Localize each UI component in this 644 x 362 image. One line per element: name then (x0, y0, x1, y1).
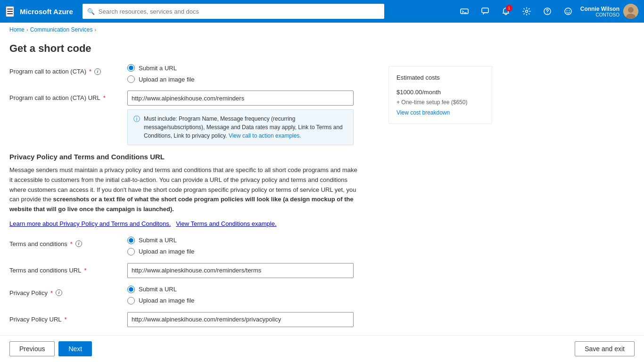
page-title: Get a short code (9, 42, 377, 55)
search-bar: 🔍 (83, 4, 384, 19)
program-cta-url-label-text: Program call to action (CTA) URL (9, 94, 100, 101)
help-icon[interactable] (539, 3, 556, 20)
svg-rect-1 (482, 8, 488, 13)
previous-button[interactable]: Previous (9, 341, 55, 356)
privacy-policy-info-icon[interactable]: i (56, 289, 62, 296)
terms-url-row: Terms and conditions URL * (9, 263, 377, 278)
search-input[interactable] (99, 8, 380, 15)
svg-point-9 (628, 7, 634, 13)
privacy-url-required: * (65, 316, 67, 323)
privacy-policy-row: Privacy Policy * i Submit a URL Upload a… (9, 286, 377, 304)
view-cost-breakdown-link[interactable]: View cost breakdown (396, 109, 484, 116)
terms-image-label: Upload an image file (139, 248, 195, 255)
app-logo: Microsoft Azure (20, 8, 73, 16)
save-exit-button[interactable]: Save and exit (575, 341, 635, 356)
privacy-section-desc: Message senders must maintain a privacy … (9, 165, 358, 214)
terms-url-content (127, 263, 377, 278)
program-cta-info-box: ⓘ Must include: Program Name, Message fr… (127, 109, 354, 145)
terms-url-label-container: Terms and conditions URL * (9, 263, 127, 274)
program-cta-label-text: Program call to action (CTA) (9, 68, 86, 75)
privacy-policy-radio-group: Submit a URL Upload an image file (127, 286, 377, 304)
terms-conditions-label: Terms and conditions * i (9, 237, 127, 247)
program-cta-url-row: Program call to action (CTA) URL * ⓘ Mus… (9, 90, 377, 145)
privacy-url-content (127, 312, 377, 327)
terms-conditions-row: Terms and conditions * i Submit a URL Up… (9, 237, 377, 255)
svg-point-6 (566, 10, 567, 11)
notifications-icon[interactable]: 1 (497, 3, 514, 20)
privacy-url-option[interactable]: Submit a URL (127, 286, 377, 293)
breadcrumb-sep-1: › (26, 27, 28, 33)
feedback-smiley-icon[interactable] (560, 3, 577, 20)
breadcrumb-sep-2: › (94, 27, 96, 33)
top-navigation: ☰ Microsoft Azure 🔍 1 Connie Wilson CONT… (0, 0, 644, 23)
breadcrumb: Home › Communication Services › (0, 23, 644, 35)
view-terms-example-link[interactable]: View Terms and Conditions example. (176, 220, 276, 227)
user-profile[interactable]: Connie Wilson CONTOSO (580, 4, 638, 19)
program-cta-image-radio[interactable] (127, 75, 135, 83)
program-cta-url-option[interactable]: Submit a URL (127, 64, 377, 72)
svg-point-2 (525, 10, 528, 13)
hamburger-menu[interactable]: ☰ (6, 6, 14, 17)
terms-conditions-label-text: Terms and conditions (9, 240, 67, 247)
feedback-icon[interactable] (477, 3, 494, 20)
cloud-shell-icon[interactable] (456, 3, 473, 20)
program-cta-row: Program call to action (CTA) * i Submit … (9, 64, 377, 83)
terms-conditions-options: Submit a URL Upload an image file (127, 237, 377, 255)
program-cta-url-label: Submit a URL (139, 65, 177, 72)
user-name: Connie Wilson (580, 6, 619, 12)
program-cta-url-radio[interactable] (127, 64, 135, 72)
program-cta-url-input[interactable] (127, 90, 354, 106)
svg-point-4 (547, 13, 548, 14)
privacy-image-label: Upload an image file (139, 297, 195, 304)
user-org: CONTOSO (580, 12, 619, 17)
terms-url-input[interactable] (127, 263, 354, 278)
notification-badge: 1 (506, 5, 512, 11)
terms-url-required: * (84, 267, 86, 274)
learn-more-privacy-link[interactable]: Learn more about Privacy Policy and Term… (9, 220, 171, 227)
privacy-section-links: Learn more about Privacy Policy and Term… (9, 220, 377, 227)
svg-point-5 (565, 8, 571, 15)
next-button[interactable]: Next (58, 341, 92, 356)
privacy-section-title: Privacy Policy and Terms and Conditions … (9, 153, 377, 161)
privacy-url-input[interactable] (127, 312, 354, 327)
terms-url-label-text: Terms and conditions URL (9, 267, 81, 274)
terms-image-option[interactable]: Upload an image file (127, 248, 377, 255)
info-circle-icon: ⓘ (133, 115, 140, 123)
privacy-policy-label: Privacy Policy * i (9, 286, 127, 296)
user-info: Connie Wilson CONTOSO (580, 6, 619, 17)
privacy-section: Privacy Policy and Terms and Conditions … (9, 153, 377, 227)
costs-amount: $1000.00/month (396, 85, 484, 97)
privacy-url-row: Privacy Policy URL * (9, 312, 377, 327)
breadcrumb-home[interactable]: Home (9, 26, 25, 33)
program-cta-radio-group: Submit a URL Upload an image file (127, 64, 377, 83)
privacy-url-label: Submit a URL (139, 286, 177, 293)
costs-title: Estimated costs (396, 74, 484, 81)
terms-url-radio[interactable] (127, 237, 135, 244)
program-cta-image-option[interactable]: Upload an image file (127, 75, 377, 83)
program-cta-label: Program call to action (CTA) * i (9, 64, 127, 75)
costs-setup-fee: + One-time setup fee ($650) (396, 99, 484, 106)
privacy-url-radio[interactable] (127, 286, 135, 293)
program-cta-image-label: Upload an image file (139, 76, 195, 83)
privacy-policy-label-text: Privacy Policy (9, 289, 48, 296)
privacy-policy-required: * (50, 289, 53, 296)
breadcrumb-service[interactable]: Communication Services (30, 26, 93, 33)
info-box-text: Must include: Program Name, Message freq… (144, 115, 347, 140)
privacy-policy-options: Submit a URL Upload an image file (127, 286, 377, 304)
settings-icon[interactable] (518, 3, 535, 20)
terms-image-radio[interactable] (127, 248, 135, 255)
main-form: Get a short code Program call to action … (9, 42, 377, 328)
bottom-bar: Previous Next Save and exit (0, 335, 644, 362)
privacy-url-label-container: Privacy Policy URL * (9, 312, 127, 323)
costs-panel: Estimated costs $1000.00/month + One-tim… (388, 66, 492, 124)
avatar[interactable] (623, 4, 638, 19)
program-cta-info-icon[interactable]: i (94, 68, 101, 75)
terms-url-option[interactable]: Submit a URL (127, 237, 377, 244)
page-content: Get a short code Program call to action … (0, 35, 644, 335)
program-cta-required: * (89, 68, 91, 75)
program-cta-url-label-container: Program call to action (CTA) URL * (9, 90, 127, 101)
privacy-image-option[interactable]: Upload an image file (127, 297, 377, 304)
terms-conditions-info-icon[interactable]: i (75, 240, 82, 247)
privacy-image-radio[interactable] (127, 297, 135, 304)
view-cta-examples-link[interactable]: View call to action examples. (229, 132, 301, 139)
